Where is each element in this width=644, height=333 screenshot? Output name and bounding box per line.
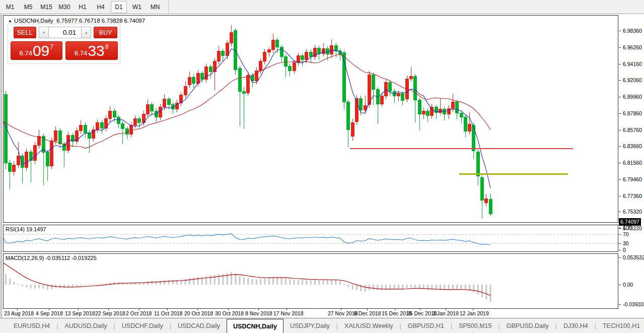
rsi-axis-tick (619, 250, 621, 250)
chart-area: ▲USDCNH,Daily 6.75977 6.76718 6.73828 6.… (0, 15, 644, 317)
macd-axis-label: 0.053532 (623, 254, 644, 260)
price-axis-tick (619, 163, 621, 163)
trading-terminal: { "toolbar": { "timeframes": ["M1","M5",… (0, 0, 644, 333)
date-axis-label: 2 Oct 2018 (126, 310, 152, 316)
price-chart-panel[interactable]: ▲USDCNH,Daily 6.75977 6.76718 6.73828 6.… (3, 15, 618, 223)
rsi-axis-tick (619, 234, 621, 235)
rsi-chart (4, 225, 618, 251)
volume-increase-button[interactable]: ▲ (81, 27, 91, 38)
price-axis-tick (619, 64, 621, 64)
chart-ohlc-values: 6.75977 6.76718 6.73828 6.74097 (56, 18, 145, 24)
timeframe-button-m5[interactable]: M5 (20, 1, 36, 13)
rsi-axis-label: 100 (623, 225, 632, 231)
tab-tech100-h1[interactable]: TECH100,H1 (596, 318, 644, 333)
timeframe-button-m15[interactable]: M15 (38, 1, 54, 13)
macd-axis-tick (619, 304, 621, 305)
timeframe-button-w1[interactable]: W1 (129, 1, 145, 13)
price-axis-label: 6.75320 (623, 209, 642, 215)
tab-sp500-m15[interactable]: SP500,M15 (452, 318, 498, 333)
price-axis-label: 6.92060 (623, 77, 642, 83)
rsi-label: RSI(14) 19.1497 (6, 226, 46, 232)
rsi-axis-label: 70 (623, 231, 629, 237)
price-axis-tick (619, 47, 621, 48)
sell-price-button[interactable]: 6.74097 (11, 41, 62, 60)
timeframe-button-d1[interactable]: D1 (111, 1, 127, 13)
tab-usdcnh-daily[interactable]: USDCNH,Daily (227, 319, 283, 333)
price-axis-label: 6.79460 (623, 176, 642, 182)
price-axis-tick (619, 212, 621, 212)
chart-tab-bar: EURUSD,H4|AUDUSD,Daily|USDCHF,Daily|USDC… (0, 318, 644, 333)
price-axis-label: 6.87860 (623, 110, 642, 116)
price-axis-tick (619, 31, 621, 31)
tab-eurusd-h4[interactable]: EURUSD,H4 (7, 318, 56, 333)
volume-input[interactable] (49, 27, 81, 38)
price-axis-label: 6.96260 (623, 44, 642, 50)
price-axis-label: 6.83660 (623, 143, 642, 149)
price-axis-label: 6.94160 (623, 61, 642, 67)
tab-usdcad-daily[interactable]: USDCAD,Daily (171, 318, 227, 333)
price-axis-tick (619, 97, 621, 97)
date-axis-label: 8 Nov 2018 (245, 310, 272, 316)
date-axis-label: 4 Sep 2018 (36, 310, 63, 316)
tab-audusd-daily[interactable]: AUDUSD,Daily (58, 318, 114, 333)
tab-usdjpy-daily[interactable]: USDJPY,Daily (283, 318, 336, 333)
price-axis[interactable]: 6.74097 6.983606.962606.941606.920606.89… (618, 15, 644, 317)
one-click-trading-panel: SELL ▼ ▲ BUY 6.74097 6.74338 (8, 24, 120, 64)
rsi-panel[interactable]: RSI(14) 19.1497 (3, 225, 618, 252)
date-axis-label: 3 Jan 2019 (433, 310, 459, 316)
date-axis-label: 30 Oct 2018 (215, 310, 244, 316)
tab-gbpusd-daily[interactable]: GBPUSD,Daily (500, 318, 555, 333)
timeframe-toolbar: M1M5M15M30H1H4D1W1MN (0, 0, 644, 14)
sell-price-point: 7 (50, 43, 53, 50)
tab-usdchf-daily[interactable]: USDCHF,Daily (115, 318, 170, 333)
price-axis-tick (619, 179, 621, 180)
macd-axis-tick (619, 257, 621, 258)
chart-title: ▲USDCNH,Daily 6.75977 6.76718 6.73828 6.… (8, 18, 145, 24)
timeframe-button-h1[interactable]: H1 (75, 1, 91, 13)
price-axis-label: 6.81560 (623, 160, 642, 166)
macd-axis-label: 0.00 (623, 282, 633, 288)
volume-decrease-button[interactable]: ▼ (39, 27, 49, 38)
sell-price-pips: 09 (33, 42, 49, 59)
tab-xauusd-weekly[interactable]: XAUUSD,Weekly (338, 318, 399, 333)
date-axis-label: 11 Oct 2018 (154, 310, 182, 316)
date-axis[interactable]: 23 Aug 20184 Sep 201813 Sep 201822 Sep 2… (3, 309, 618, 317)
price-axis-tick (619, 196, 621, 196)
price-axis-tick (619, 113, 621, 114)
price-axis-tick (619, 228, 621, 229)
date-axis-label: 17 Nov 2018 (273, 310, 304, 316)
date-axis-label: 22 Sep 2018 (95, 310, 125, 316)
timeframe-button-m1[interactable]: M1 (2, 1, 18, 13)
buy-price-point: 8 (105, 43, 109, 50)
rsi-axis-tick (619, 243, 621, 244)
date-axis-label: 13 Sep 2018 (65, 310, 95, 316)
date-axis-label: 12 Jan 2019 (460, 310, 489, 316)
rsi-axis-tick (619, 228, 621, 228)
price-axis-tick (619, 146, 621, 147)
collapse-arrow-icon[interactable]: ▲ (8, 19, 12, 23)
timeframe-button-mn[interactable]: MN (147, 1, 163, 13)
tab-gbpusd-h1[interactable]: GBPUSD,H1 (401, 318, 451, 333)
date-axis-label: 23 Aug 2018 (4, 310, 34, 316)
macd-axis-tick (619, 285, 621, 285)
price-axis-label: 6.89960 (623, 94, 642, 100)
buy-button[interactable]: BUY (94, 27, 117, 38)
sell-button[interactable]: SELL (14, 27, 36, 38)
date-axis-label: 27 Nov 2018 (328, 310, 358, 316)
macd-chart (4, 254, 618, 308)
chart-symbol-label: USDCNH,Daily (14, 18, 53, 24)
window-edge (1, 15, 2, 317)
tab-dj30-h4[interactable]: DJ30,H4 (557, 318, 595, 333)
buy-price-pips: 33 (88, 42, 104, 59)
buy-price-major: 6.74 (75, 49, 87, 57)
timeframe-button-m30[interactable]: M30 (56, 1, 73, 13)
sell-price-major: 6.74 (20, 49, 32, 57)
macd-axis-label: -0.039333 (623, 301, 644, 307)
price-axis-label: 6.85760 (623, 127, 642, 133)
rsi-axis-label: 0 (623, 247, 626, 253)
macd-panel[interactable]: MACD(12,26,9) -0.035112 -0.019225 (3, 253, 618, 309)
buy-price-button[interactable]: 6.74338 (65, 41, 118, 60)
price-axis-label: 6.98360 (623, 28, 642, 34)
timeframe-button-h4[interactable]: H4 (93, 1, 109, 13)
price-axis-tick (619, 80, 621, 81)
